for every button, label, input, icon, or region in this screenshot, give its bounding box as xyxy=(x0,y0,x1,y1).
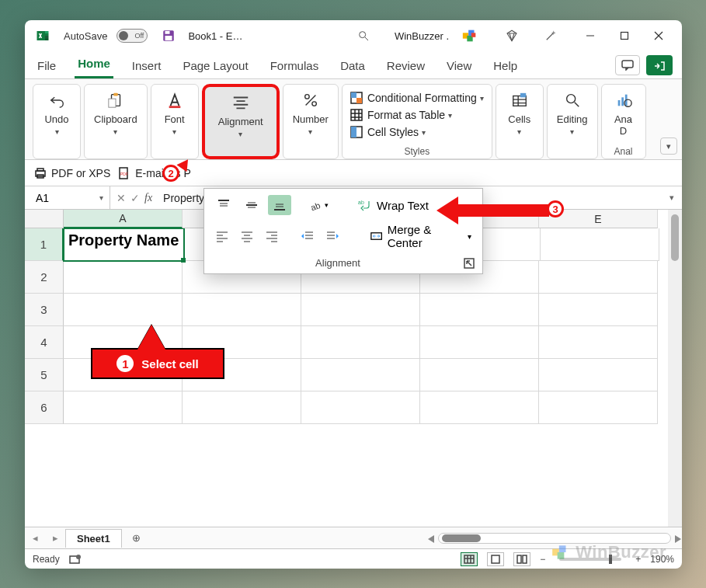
align-right-button[interactable] xyxy=(262,226,282,246)
cancel-icon[interactable]: ✕ xyxy=(117,192,126,204)
svg-point-29 xyxy=(312,102,317,106)
cell[interactable] xyxy=(539,391,658,424)
accept-icon[interactable]: ✓ xyxy=(130,192,140,204)
decrease-indent-button[interactable] xyxy=(297,226,318,246)
pdf-xps-button[interactable]: PDF or XPS xyxy=(34,167,110,179)
number-button[interactable]: Number ▾ xyxy=(285,88,336,153)
increase-indent-button[interactable] xyxy=(322,226,343,246)
cell[interactable] xyxy=(539,294,658,326)
account-avatar-icon[interactable] xyxy=(461,27,478,44)
sheet-tab[interactable]: Sheet1 xyxy=(65,529,122,548)
share-button[interactable] xyxy=(646,55,673,75)
sheet-nav-next[interactable]: ▸ xyxy=(45,532,65,544)
insert-function-icon[interactable]: fx xyxy=(144,192,152,204)
svg-rect-13 xyxy=(471,33,476,37)
cell[interactable] xyxy=(541,228,659,261)
cell[interactable] xyxy=(420,294,539,326)
cell[interactable]: Property Name xyxy=(64,228,184,261)
cells-button[interactable]: Cells ▾ xyxy=(498,88,541,153)
close-button[interactable] xyxy=(642,20,676,51)
analyze-data-button[interactable]: Ana D xyxy=(607,88,641,153)
clipboard-button[interactable]: Clipboard ▾ xyxy=(86,88,145,153)
name-box[interactable]: A1▾ xyxy=(25,186,110,209)
wand-icon[interactable] xyxy=(544,29,558,43)
cell[interactable] xyxy=(420,326,539,359)
minimize-button[interactable] xyxy=(573,20,607,51)
view-page-layout-icon[interactable] xyxy=(487,552,504,566)
tab-data[interactable]: Data xyxy=(337,54,368,78)
tab-file[interactable]: File xyxy=(34,54,59,78)
zoom-out-button[interactable]: − xyxy=(540,554,545,565)
view-normal-icon[interactable] xyxy=(461,552,478,566)
cell[interactable] xyxy=(301,326,420,359)
maximize-button[interactable] xyxy=(607,20,642,51)
select-all-corner[interactable] xyxy=(25,210,64,228)
tab-page-layout[interactable]: Page Layout xyxy=(179,54,251,78)
svg-point-58 xyxy=(76,555,81,559)
align-left-button[interactable] xyxy=(212,226,232,246)
cell[interactable] xyxy=(64,294,183,326)
undo-button[interactable]: Undo ▾ xyxy=(35,88,78,153)
callout-1-label: Select cell xyxy=(141,357,198,371)
account-name[interactable]: WinBuzzer . xyxy=(395,30,449,42)
align-center-button[interactable] xyxy=(237,226,257,246)
tab-view[interactable]: View xyxy=(443,54,475,78)
tab-formulas[interactable]: Formulas xyxy=(267,54,322,78)
svg-rect-22 xyxy=(109,99,116,107)
merge-center-button[interactable]: Merge & Center ▾ xyxy=(367,221,475,251)
svg-rect-99 xyxy=(558,552,565,559)
cell[interactable] xyxy=(301,294,420,326)
cell[interactable] xyxy=(539,261,658,294)
column-header[interactable]: A xyxy=(64,210,183,228)
cell-styles-button[interactable]: Cell Styles▾ xyxy=(350,124,426,141)
ribbon-group-clipboard: Clipboard ▾ xyxy=(84,84,148,159)
svg-rect-41 xyxy=(513,96,527,106)
tab-insert[interactable]: Insert xyxy=(129,54,165,78)
row-header[interactable]: 4 xyxy=(25,326,64,359)
cell[interactable] xyxy=(539,326,658,359)
align-middle-button[interactable] xyxy=(240,195,263,215)
search-icon[interactable] xyxy=(357,30,370,42)
add-sheet-button[interactable]: ⊕ xyxy=(127,532,147,544)
format-as-table-button[interactable]: Format as Table▾ xyxy=(350,106,452,124)
row-header[interactable]: 6 xyxy=(25,391,64,424)
comments-button[interactable] xyxy=(615,55,640,75)
cell[interactable] xyxy=(420,391,539,424)
formula-bar-expand[interactable]: ▾ xyxy=(662,193,682,203)
cell[interactable] xyxy=(64,391,183,424)
editing-button[interactable]: Editing ▾ xyxy=(549,88,596,153)
sheet-nav-prev[interactable]: ◂ xyxy=(25,532,45,544)
save-icon[interactable] xyxy=(162,29,176,43)
cell[interactable] xyxy=(420,359,539,391)
row-header[interactable]: 2 xyxy=(25,261,64,294)
align-top-button[interactable] xyxy=(212,195,235,215)
callout-1-pointer xyxy=(137,325,165,350)
cell[interactable] xyxy=(301,359,420,391)
cell[interactable] xyxy=(539,359,658,391)
cell[interactable] xyxy=(183,294,301,326)
dialog-launcher-icon[interactable] xyxy=(464,258,475,269)
vertical-scrollbar[interactable] xyxy=(668,210,682,527)
wrap-text-button[interactable]: ab Wrap Text xyxy=(355,197,432,214)
email-pdf-button[interactable]: PDF E-mail as P xyxy=(118,167,191,179)
tab-home[interactable]: Home xyxy=(75,52,113,78)
macro-record-icon[interactable] xyxy=(69,554,82,565)
alignment-button[interactable]: Alignment ▾ xyxy=(207,90,275,155)
view-page-break-icon[interactable] xyxy=(513,552,530,566)
tab-review[interactable]: Review xyxy=(384,54,428,78)
autosave-toggle[interactable]: Off xyxy=(117,29,148,43)
cell[interactable] xyxy=(183,391,301,424)
undo-icon xyxy=(47,91,66,110)
orientation-button[interactable]: ab▾ xyxy=(307,195,330,215)
align-bottom-button[interactable] xyxy=(268,195,291,215)
cell[interactable] xyxy=(64,261,183,294)
font-button[interactable]: Font ▾ xyxy=(153,88,196,153)
tab-help[interactable]: Help xyxy=(490,54,520,78)
cell[interactable] xyxy=(301,391,420,424)
row-header[interactable]: 3 xyxy=(25,294,64,326)
conditional-formatting-button[interactable]: Conditional Formatting▾ xyxy=(350,89,484,106)
row-header[interactable]: 1 xyxy=(25,228,64,261)
diamond-icon[interactable] xyxy=(505,29,519,43)
ribbon-collapse-button[interactable]: ▾ xyxy=(660,137,677,155)
row-header[interactable]: 5 xyxy=(25,359,64,391)
